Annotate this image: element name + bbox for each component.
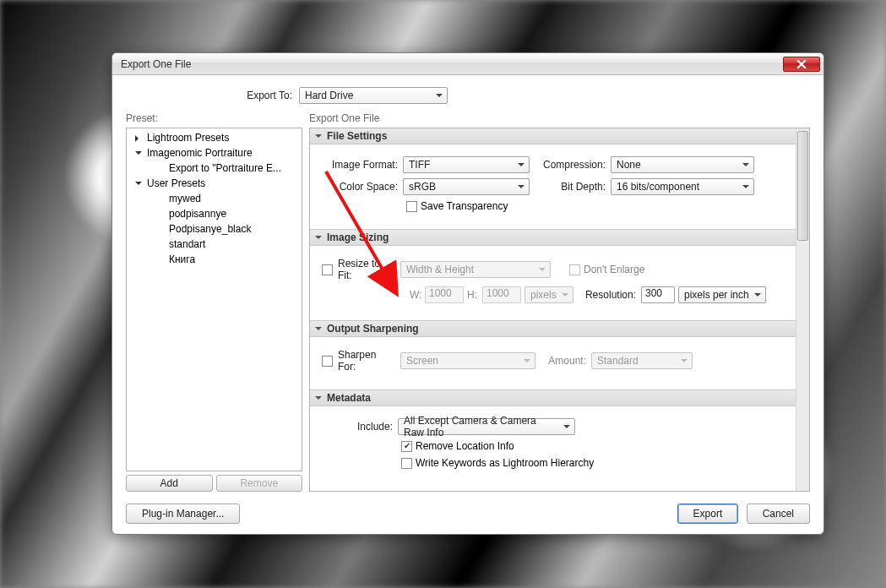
remove-location-checkbox[interactable] — [401, 441, 412, 452]
resolution-input[interactable]: 300 — [641, 286, 675, 303]
settings-heading: Export One File — [309, 112, 810, 124]
resolution-unit-dropdown[interactable]: pixels per inch — [678, 286, 766, 303]
image-format-dropdown[interactable]: TIFF — [403, 156, 530, 173]
width-label: W: — [410, 289, 425, 301]
preset-item[interactable]: mywed — [127, 191, 302, 206]
dont-enlarge-label: Don't Enlarge — [584, 264, 650, 275]
height-input: 1000 — [482, 286, 521, 303]
export-button[interactable]: Export — [677, 504, 739, 524]
group-file-settings[interactable]: File Settings — [310, 128, 796, 144]
resolution-label: Resolution: — [573, 289, 641, 301]
close-icon — [796, 59, 807, 69]
sharpen-for-dropdown: Screen — [400, 352, 535, 369]
bit-depth-label: Bit Depth: — [535, 181, 611, 193]
include-label: Include: — [318, 421, 398, 433]
compression-label: Compression: — [535, 159, 611, 171]
export-to-row: Export To: Hard Drive — [126, 87, 810, 104]
export-dialog: Export One File Export To: Hard Drive Pr… — [111, 52, 824, 535]
bit-depth-dropdown[interactable]: 16 bits/component — [611, 178, 754, 195]
sharpen-for-label: Sharpen For: — [336, 349, 400, 373]
dont-enlarge-checkbox — [569, 264, 580, 275]
caret-down-icon — [315, 236, 322, 242]
preset-group-user[interactable]: User Presets — [127, 176, 302, 191]
cancel-button[interactable]: Cancel — [747, 504, 810, 524]
remove-preset-button: Remove — [216, 475, 303, 492]
preset-item[interactable]: Export to "Portraiture E... — [127, 161, 302, 176]
window-title: Export One File — [121, 58, 191, 70]
color-space-dropdown[interactable]: sRGB — [403, 178, 530, 195]
compression-dropdown[interactable]: None — [611, 156, 754, 173]
caret-right-icon — [135, 135, 142, 142]
save-transparency-checkbox[interactable] — [406, 201, 417, 212]
include-dropdown[interactable]: All Except Camera & Camera Raw Info — [398, 418, 575, 435]
group-image-sizing[interactable]: Image Sizing — [310, 229, 796, 246]
save-transparency-label: Save Transparency — [421, 200, 508, 212]
export-to-dropdown[interactable]: Hard Drive — [299, 87, 448, 104]
amount-label: Amount: — [535, 355, 591, 367]
sharpen-for-checkbox[interactable] — [322, 356, 333, 367]
dialog-footer: Plug-in Manager... Export Cancel — [126, 492, 810, 524]
scrollbar-thumb[interactable] — [797, 131, 808, 241]
settings-panel: File Settings Image Format: TIFF Compres… — [309, 128, 810, 492]
resize-to-fit-checkbox[interactable] — [322, 264, 333, 275]
resize-to-fit-label: Resize to Fit: — [336, 258, 400, 281]
image-format-label: Image Format: — [318, 159, 403, 171]
height-label: H: — [464, 289, 482, 301]
settings-scroll[interactable]: File Settings Image Format: TIFF Compres… — [310, 128, 796, 491]
settings-scrollbar[interactable] — [796, 128, 809, 491]
group-output-sharpening[interactable]: Output Sharpening — [310, 320, 796, 337]
preset-group-lightroom[interactable]: Lightroom Presets — [127, 130, 302, 145]
width-input: 1000 — [425, 286, 464, 303]
close-button[interactable] — [783, 57, 820, 72]
preset-item[interactable]: Podpisanye_black — [127, 221, 302, 237]
preset-item[interactable]: podpisannye — [127, 206, 302, 221]
caret-down-icon — [315, 134, 322, 141]
remove-location-label: Remove Location Info — [416, 440, 514, 452]
caret-down-icon — [135, 182, 142, 188]
preset-group-portraiture[interactable]: Imagenomic Portraiture — [127, 145, 302, 161]
caret-down-icon — [315, 327, 322, 334]
amount-dropdown: Standard — [591, 352, 693, 369]
color-space-label: Color Space: — [318, 181, 403, 193]
plugin-manager-button[interactable]: Plug-in Manager... — [126, 504, 240, 524]
resize-mode-dropdown: Width & Height — [400, 261, 551, 278]
preset-item[interactable]: standart — [127, 237, 302, 252]
export-to-value: Hard Drive — [305, 90, 353, 101]
write-keywords-label: Write Keywords as Lightroom Hierarchy — [416, 457, 594, 469]
write-keywords-checkbox[interactable] — [401, 458, 412, 469]
caret-down-icon — [135, 151, 142, 158]
caret-down-icon — [315, 396, 322, 403]
preset-tree[interactable]: Lightroom Presets Imagenomic Portraiture… — [126, 128, 302, 471]
size-unit-dropdown: pixels — [525, 286, 573, 303]
add-preset-button[interactable]: Add — [126, 475, 213, 492]
group-metadata[interactable]: Metadata — [310, 389, 796, 406]
preset-item[interactable]: Книга — [127, 252, 302, 267]
export-to-label: Export To: — [126, 90, 299, 101]
titlebar: Export One File — [112, 53, 823, 75]
preset-label: Preset: — [126, 112, 302, 124]
